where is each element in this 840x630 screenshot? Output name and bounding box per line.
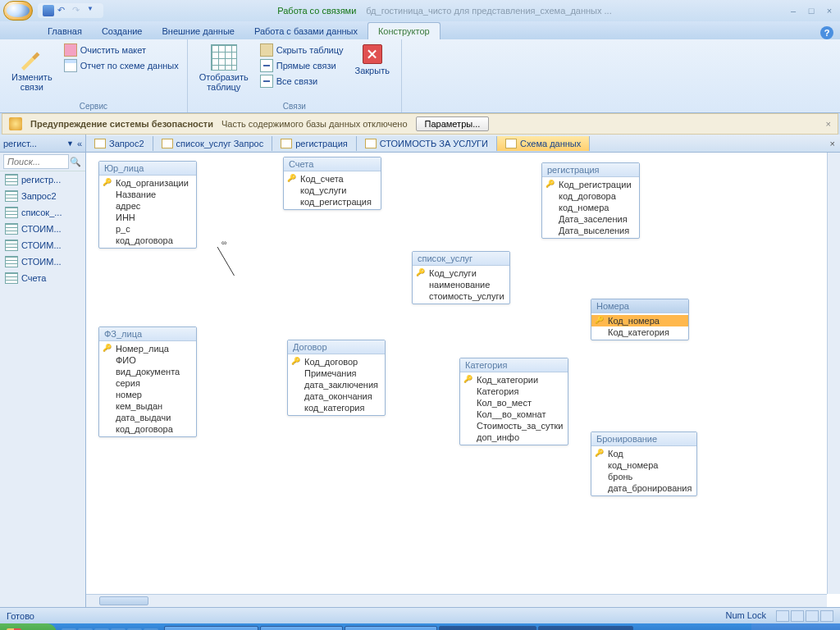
table-field[interactable]: Название [99, 189, 196, 200]
table-field[interactable]: дата_бронирования [591, 482, 696, 494]
document-tab[interactable]: СТОИМОСТЬ ЗА УСЛУГИ [357, 136, 497, 151]
table-field[interactable]: код_категория [288, 402, 385, 413]
redo-icon[interactable]: ↷ [72, 5, 84, 16]
tab-home[interactable]: Главная [38, 23, 92, 39]
all-relations-button[interactable]: Все связи [258, 74, 345, 89]
nav-item[interactable]: СТОИМ... [0, 253, 85, 270]
vertical-scrollbar[interactable] [827, 153, 840, 594]
nav-item[interactable]: регистр... [0, 171, 85, 188]
table-header[interactable]: Номера [591, 299, 688, 313]
nav-item[interactable]: Запрос2 [0, 188, 85, 204]
nav-header[interactable]: регист...▼ « [0, 135, 85, 153]
table-field[interactable]: Примечания [288, 368, 385, 379]
tab-database[interactable]: Работа с базами данных [244, 23, 368, 39]
table-field[interactable]: Номер_лица [99, 343, 196, 354]
table-header[interactable]: Бронирование [591, 432, 696, 446]
search-icon[interactable]: 🔍 [69, 157, 82, 167]
table-field[interactable]: код_номера [591, 459, 696, 471]
table-Договор[interactable]: ДоговорКод_договорПримечаниядата_заключе… [287, 340, 386, 416]
table-field[interactable]: Код_регистрации [542, 179, 639, 190]
horizontal-scrollbar[interactable] [86, 594, 827, 607]
table-field[interactable]: доп_инфо [460, 431, 568, 443]
table-field[interactable]: код_номера [542, 202, 639, 213]
nav-collapse-icon[interactable]: « [77, 139, 82, 148]
table-field[interactable]: Дата_заселения [542, 213, 639, 225]
table-header[interactable]: список_услуг [413, 252, 509, 266]
table-field[interactable]: Код_счета [284, 173, 381, 185]
table-field[interactable]: ИНН [99, 212, 196, 223]
table-field[interactable]: р_с [99, 223, 196, 235]
minimize-button[interactable]: – [786, 6, 801, 16]
chevron-down-icon[interactable]: ▼ [66, 139, 74, 148]
edit-relations-button[interactable]: Изменить связи [7, 43, 57, 94]
close-button-ribbon[interactable]: Закрыть [350, 43, 395, 77]
tab-create[interactable]: Создание [92, 23, 153, 39]
table-field[interactable]: серия [99, 377, 196, 389]
table-header[interactable]: ФЗ_лица [99, 327, 196, 341]
table-field[interactable]: Кол_во_мест [460, 397, 568, 409]
table-field[interactable]: дата_выдачи [99, 412, 196, 423]
table-field[interactable]: Код_услуги [413, 267, 509, 279]
maximize-button[interactable]: □ [804, 6, 819, 16]
table-Юр_лица[interactable]: Юр_лицаКод_организацииНазваниеадресИННр_… [98, 161, 197, 249]
table-field[interactable]: Код_договор [288, 356, 385, 368]
taskbar-button[interactable]: по самообсле... [164, 626, 259, 630]
schema-report-button[interactable]: Отчет по схеме данных [62, 58, 180, 73]
table-field[interactable]: код_договора [99, 423, 196, 435]
taskbar-button[interactable]: контр.раб по ... [345, 626, 437, 630]
document-tab[interactable]: Запрос2 [86, 136, 153, 151]
table-field[interactable]: наименование [413, 279, 509, 290]
table-field[interactable]: стоимость_услуги [413, 290, 509, 302]
table-field[interactable]: Категория [460, 386, 568, 397]
table-field[interactable]: номер [99, 389, 196, 400]
table-Категория[interactable]: КатегорияКод_категорииКатегорияКол_во_ме… [459, 358, 568, 445]
table-field[interactable]: код_услуги [284, 185, 381, 196]
nav-search-input[interactable] [3, 154, 69, 169]
nav-item[interactable]: список_... [0, 204, 85, 221]
undo-icon[interactable]: ↶ [57, 5, 69, 16]
show-table-button[interactable]: Отобразить таблицу [194, 43, 253, 94]
save-icon[interactable] [43, 5, 54, 16]
tab-close-icon[interactable]: × [825, 139, 840, 148]
help-icon[interactable]: ? [820, 26, 833, 39]
table-список_услуг[interactable]: список_услугКод_услугинаименованиестоимо… [412, 251, 510, 304]
table-field[interactable]: Дата_выселения [542, 225, 639, 236]
taskbar-button[interactable]: Microsoft Access [439, 626, 536, 630]
table-Счета[interactable]: СчетаКод_счетакод_услугикод_регистрация [283, 157, 381, 210]
table-Номера[interactable]: НомераКод_номераКод_категория [591, 299, 689, 340]
security-close-icon[interactable]: × [826, 119, 831, 129]
table-field[interactable]: бронь [591, 471, 696, 482]
table-регистрация[interactable]: регистрацияКод_регистрациикод_договорако… [541, 162, 640, 239]
document-tab[interactable]: Схема данных [497, 136, 590, 151]
taskbar-button[interactable]: Microsoft Acce... [538, 626, 634, 630]
table-field[interactable]: Код_категории [460, 374, 568, 386]
table-field[interactable]: кем_выдан [99, 400, 196, 412]
table-field[interactable]: Код [591, 448, 696, 459]
table-header[interactable]: Юр_лица [99, 162, 196, 176]
nav-item[interactable]: СТОИМ... [0, 237, 85, 253]
relationship-canvas[interactable]: ∞1 ∞1 ∞1 ∞1 ∞1 1∞ ∞1 1∞ 1∞ Юр_лицаКод_ор… [86, 153, 840, 607]
table-field[interactable]: адрес [99, 200, 196, 212]
table-header[interactable]: регистрация [542, 163, 639, 177]
hide-table-button[interactable]: Скрыть таблицу [258, 43, 345, 57]
document-tab[interactable]: список_услуг Запрос [153, 136, 273, 151]
security-options-button[interactable]: Параметры... [416, 116, 490, 131]
close-button[interactable]: × [822, 6, 837, 16]
table-field[interactable]: Код_номера [591, 315, 688, 326]
table-field[interactable]: Стоимость_за_сутки [460, 420, 568, 431]
table-field[interactable]: Код_организации [99, 177, 196, 189]
tab-design[interactable]: Конструктор [368, 22, 441, 39]
qat-dropdown-icon[interactable]: ▼ [87, 5, 98, 16]
start-button[interactable]: пуск [0, 623, 57, 630]
table-field[interactable]: ФИО [99, 354, 196, 366]
taskbar-button[interactable]: 3 Проводник [260, 626, 342, 630]
direct-relations-button[interactable]: Прямые связи [258, 58, 345, 73]
nav-item[interactable]: Счета [0, 270, 85, 286]
table-header[interactable]: Счета [284, 158, 381, 171]
document-tab[interactable]: регистрация [272, 136, 357, 151]
view-buttons[interactable] [776, 610, 833, 622]
table-field[interactable]: код_регистрация [284, 196, 381, 208]
table-field[interactable]: Кол__во_комнат [460, 409, 568, 420]
table-ФЗ_лица[interactable]: ФЗ_лицаНомер_лицаФИОвид_документасерияно… [98, 326, 197, 437]
office-button[interactable] [3, 1, 33, 21]
